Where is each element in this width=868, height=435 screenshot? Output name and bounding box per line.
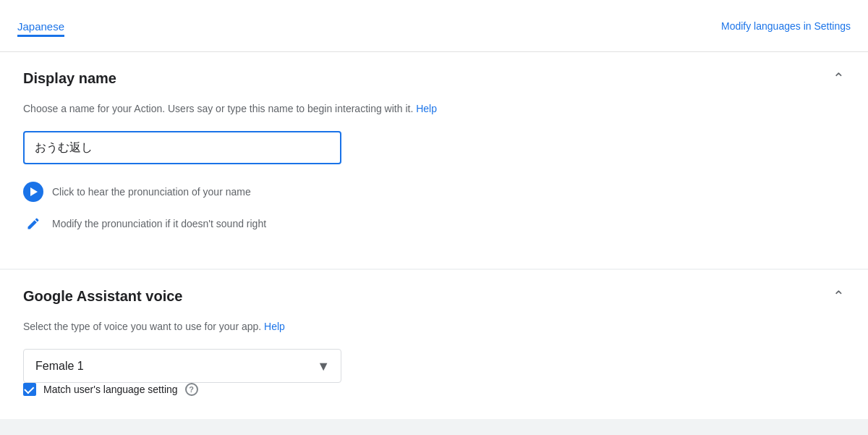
- modify-pronunciation-label: Modify the pronunciation if it doesn't s…: [52, 218, 266, 229]
- japanese-tab[interactable]: Japanese: [17, 15, 64, 37]
- pencil-icon: [23, 214, 43, 234]
- content-area: Display name ⌃ Choose a name for your Ac…: [0, 52, 868, 435]
- voice-section-help-link[interactable]: Help: [264, 321, 285, 332]
- language-setting-label: Match user's language setting: [43, 384, 178, 395]
- display-name-collapse-icon[interactable]: ⌃: [833, 69, 845, 87]
- play-pronunciation-item[interactable]: Click to hear the pronunciation of your …: [23, 182, 845, 202]
- display-name-title: Display name: [23, 70, 116, 87]
- display-name-description: Choose a name for your Action. Users say…: [23, 101, 845, 117]
- page-wrapper: Japanese Modify languages in Settings Di…: [0, 0, 868, 435]
- language-setting-checkbox[interactable]: [23, 383, 36, 396]
- display-name-help-link[interactable]: Help: [416, 103, 437, 114]
- display-name-header: Display name ⌃: [23, 69, 845, 87]
- display-name-input[interactable]: [23, 131, 341, 164]
- voice-section: Google Assistant voice ⌃ Select the type…: [0, 270, 868, 419]
- language-setting-info-icon[interactable]: ?: [185, 383, 198, 396]
- modify-languages-link[interactable]: Modify languages in Settings: [721, 20, 851, 32]
- play-pronunciation-icon[interactable]: [23, 182, 43, 202]
- modify-pronunciation-item[interactable]: Modify the pronunciation if it doesn't s…: [23, 214, 845, 234]
- play-pronunciation-label: Click to hear the pronunciation of your …: [52, 186, 251, 198]
- voice-section-description: Select the type of voice you want to use…: [23, 319, 845, 334]
- voice-section-header: Google Assistant voice ⌃: [23, 287, 845, 305]
- voice-select[interactable]: Female 1 Female 2 Male 1 Male 2: [23, 349, 341, 383]
- voice-select-wrapper: Female 1 Female 2 Male 1 Male 2 ▼: [23, 349, 341, 383]
- voice-section-title: Google Assistant voice: [23, 288, 182, 305]
- voice-section-collapse-icon[interactable]: ⌃: [833, 287, 845, 305]
- language-setting-checkbox-row: Match user's language setting ?: [23, 383, 845, 396]
- display-name-section: Display name ⌃ Choose a name for your Ac…: [0, 52, 868, 269]
- tab-bar: Japanese Modify languages in Settings: [0, 0, 868, 52]
